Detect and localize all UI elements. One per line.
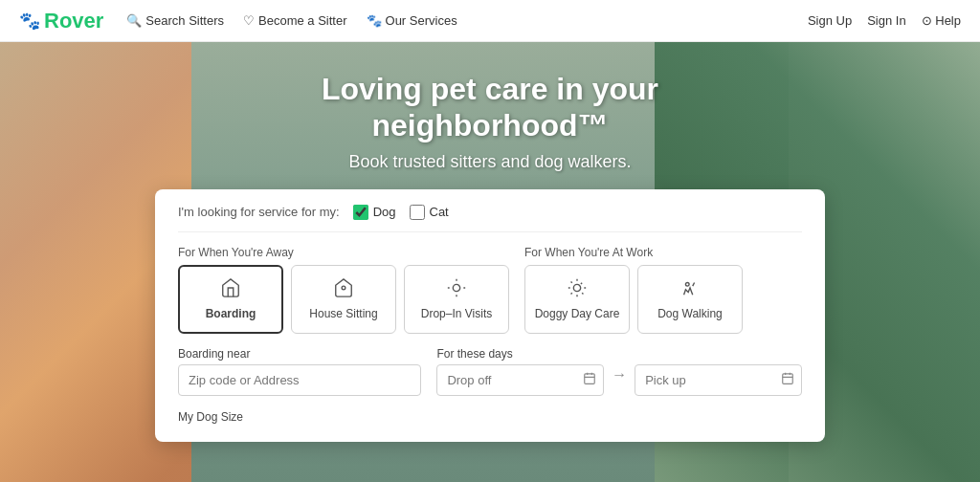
day-care-icon <box>567 277 588 303</box>
dates-group: For these days → <box>436 347 802 396</box>
location-input[interactable] <box>178 364 421 396</box>
help-icon: ⊙ <box>922 13 932 28</box>
work-section-title: For When You're At Work <box>524 246 743 259</box>
cat-label: Cat <box>430 205 449 219</box>
dog-walking-icon <box>679 277 701 303</box>
location-dates-row: Boarding near For these days → <box>178 347 802 396</box>
dates-label: For these days <box>436 347 802 361</box>
house-sitting-icon <box>333 277 354 303</box>
nav-right-links: Sign Up Sign In ⊙ Help <box>808 13 961 28</box>
cat-checkbox-item[interactable]: Cat <box>410 205 449 220</box>
away-section: For When You're Away Boarding <box>178 246 509 334</box>
svg-point-1 <box>453 285 459 292</box>
pick-up-input[interactable] <box>635 364 802 396</box>
away-service-buttons: Boarding House Sitting Dro <box>178 265 509 334</box>
house-sitting-button[interactable]: House Sitting <box>291 265 396 334</box>
hero-subtitle: Book trusted sitters and dog walkers. <box>348 152 631 172</box>
dog-label: Dog <box>373 205 396 219</box>
help-link[interactable]: ⊙ Help <box>922 13 961 28</box>
doggy-day-care-button[interactable]: Doggy Day Care <box>524 265 630 334</box>
nav-our-services[interactable]: 🐾 Our Services <box>367 13 457 28</box>
drop-in-icon <box>446 277 467 303</box>
pet-checkbox-group: Dog Cat <box>353 205 449 220</box>
location-label: Boarding near <box>178 347 421 361</box>
location-group: Boarding near <box>178 347 421 396</box>
svg-point-2 <box>573 285 580 292</box>
search-card: I'm looking for service for my: Dog Cat … <box>155 189 825 442</box>
services-paw-icon: 🐾 <box>367 13 382 28</box>
date-arrow-separator: → <box>612 366 627 393</box>
heart-icon: ♡ <box>243 13 255 28</box>
search-icon: 🔍 <box>126 13 142 28</box>
cat-checkbox[interactable] <box>410 205 425 220</box>
dog-walking-button[interactable]: Dog Walking <box>637 265 743 334</box>
navbar: 🐾 Rover 🔍 Search Sitters ♡ Become a Sitt… <box>0 0 980 42</box>
pet-selector: I'm looking for service for my: Dog Cat <box>178 205 802 232</box>
drop-off-wrapper <box>436 364 604 396</box>
pick-up-wrapper <box>635 364 802 396</box>
hero-content: Loving pet care in your neighborhood™ Bo… <box>0 42 980 442</box>
away-section-title: For When You're Away <box>178 246 509 259</box>
nav-become-sitter[interactable]: ♡ Become a Sitter <box>243 13 347 28</box>
drop-in-button[interactable]: Drop–In Visits <box>404 265 509 334</box>
logo[interactable]: 🐾 Rover <box>19 9 103 33</box>
boarding-button[interactable]: Boarding <box>178 265 283 334</box>
dog-size-section: My Dog Size <box>178 407 802 425</box>
hero-title: Loving pet care in your neighborhood™ <box>322 71 658 144</box>
boarding-icon <box>220 277 241 303</box>
hero-section: Loving pet care in your neighborhood™ Bo… <box>0 42 980 482</box>
work-section: For When You're At Work Doggy Day Care <box>524 246 743 334</box>
svg-point-0 <box>342 286 345 290</box>
paw-icon: 🐾 <box>19 11 40 32</box>
logo-text: Rover <box>44 9 103 33</box>
work-service-buttons: Doggy Day Care Dog Walking <box>524 265 743 334</box>
dog-checkbox-item[interactable]: Dog <box>353 205 396 220</box>
drop-off-input[interactable] <box>436 364 604 396</box>
nav-search-sitters[interactable]: 🔍 Search Sitters <box>126 13 224 28</box>
nav-links: 🔍 Search Sitters ♡ Become a Sitter 🐾 Our… <box>126 13 808 28</box>
sign-in-link[interactable]: Sign In <box>867 13 905 28</box>
sign-up-link[interactable]: Sign Up <box>808 13 852 28</box>
service-selector-label: I'm looking for service for my: <box>178 205 340 219</box>
dog-size-label: My Dog Size <box>178 410 243 424</box>
dog-checkbox[interactable] <box>353 205 368 220</box>
services-row: For When You're Away Boarding <box>178 246 802 334</box>
